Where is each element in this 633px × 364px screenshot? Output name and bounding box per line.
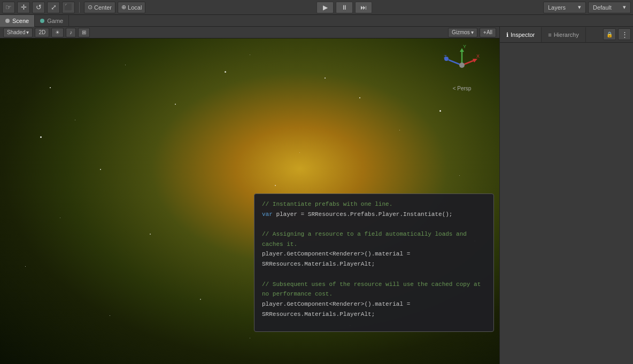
audio-btn[interactable]: ♪ bbox=[66, 28, 76, 37]
layers-label: Layers bbox=[548, 4, 566, 11]
pause-button[interactable]: ⏸ bbox=[336, 2, 353, 13]
layers-arrow-icon: ▾ bbox=[578, 4, 581, 11]
play-button[interactable]: ▶ bbox=[316, 2, 334, 13]
code-popup: // Instantiate prefabs with one line. va… bbox=[254, 193, 494, 332]
code-line-7: // Subsequent uses of the resource will … bbox=[262, 280, 486, 299]
code-line-10: // Use LoadAsync to await until a resour… bbox=[262, 329, 486, 332]
default-label: Default bbox=[593, 4, 612, 11]
svg-text:Y: Y bbox=[463, 44, 466, 49]
shaded-label: Shaded bbox=[7, 29, 25, 35]
gizmos-label: Gizmos bbox=[452, 29, 470, 35]
step-button[interactable]: ⏭ bbox=[355, 2, 372, 13]
rect-tool-btn[interactable]: ⬛ bbox=[62, 2, 75, 13]
scene-gizmo[interactable]: X Y Z < Persp bbox=[441, 44, 483, 87]
default-arrow-icon: ▾ bbox=[623, 4, 626, 11]
inspector-icon: ℹ bbox=[506, 32, 508, 38]
inspector-content bbox=[500, 43, 633, 364]
gizmos-btn[interactable]: Gizmos ▾ bbox=[448, 28, 477, 37]
space-btn[interactable]: ⊕ Local bbox=[118, 2, 145, 13]
space-icon: ⊕ bbox=[121, 4, 126, 11]
svg-text:Z: Z bbox=[444, 54, 447, 59]
shaded-btn[interactable]: Shaded ▾ bbox=[3, 28, 33, 37]
hierarchy-icon: ≡ bbox=[548, 32, 551, 38]
twod-label: 2D bbox=[38, 29, 45, 35]
layers-dropdown[interactable]: Layers ▾ bbox=[543, 2, 586, 13]
game-dot-icon bbox=[40, 19, 44, 23]
more-btn[interactable]: ⋮ bbox=[618, 28, 631, 40]
hand-tool-btn[interactable]: ☞ bbox=[2, 2, 15, 13]
twod-btn[interactable]: 2D bbox=[35, 28, 49, 37]
tab-scene[interactable]: Scene bbox=[0, 15, 35, 27]
scene-view[interactable]: Shaded ▾ 2D ☀ ♪ ⊞ Gizmos ▾ ⌖All bbox=[0, 27, 499, 364]
playback-controls: ▶ ⏸ ⏭ bbox=[148, 2, 541, 13]
effects-btn[interactable]: ⊞ bbox=[78, 28, 90, 37]
move-tool-btn[interactable]: ✛ bbox=[17, 2, 30, 13]
all-btn[interactable]: ⌖All bbox=[480, 28, 496, 37]
all-label: ⌖All bbox=[483, 29, 492, 36]
right-panel-tabs: ℹ Inspector ≡ Hierarchy 🔒 ⋮ bbox=[500, 27, 633, 43]
toolbar-right: Layers ▾ Default ▾ bbox=[543, 2, 631, 13]
code-line-1: // Instantiate prefabs with one line. bbox=[262, 199, 486, 210]
svg-point-6 bbox=[459, 63, 465, 68]
toolbar-sep-1 bbox=[79, 2, 80, 13]
pivot-icon: ⊙ bbox=[88, 4, 92, 11]
light-btn[interactable]: ☀ bbox=[51, 28, 64, 37]
code-line-2: var player = SRResources.Prefabs.Player.… bbox=[262, 210, 486, 220]
main-area: Shaded ▾ 2D ☀ ♪ ⊞ Gizmos ▾ ⌖All bbox=[0, 27, 633, 364]
inspector-label: Inspector bbox=[511, 32, 535, 38]
hierarchy-label: Hierarchy bbox=[554, 32, 579, 38]
scene-toolbar-right: Gizmos ▾ ⌖All bbox=[448, 28, 496, 37]
shaded-arrow-icon: ▾ bbox=[26, 29, 29, 35]
tab-game[interactable]: Game bbox=[35, 15, 69, 27]
svg-text:X: X bbox=[476, 53, 480, 59]
rotate-tool-btn[interactable]: ↺ bbox=[32, 2, 45, 13]
scene-tab-label: Scene bbox=[12, 18, 29, 24]
scene-dot-icon bbox=[5, 19, 10, 23]
default-dropdown[interactable]: Default ▾ bbox=[588, 2, 631, 13]
code-line-5: player.GetComponent<Renderer>().material… bbox=[262, 249, 486, 269]
game-tab-label: Game bbox=[47, 18, 63, 24]
tab-hierarchy[interactable]: ≡ Hierarchy bbox=[542, 27, 586, 42]
top-toolbar: ☞ ✛ ↺ ⤢ ⬛ ⊙ Center ⊕ Local ▶ ⏸ ⏭ Layers … bbox=[0, 0, 633, 15]
pivot-label: Center bbox=[94, 4, 112, 11]
code-line-8: player.GetComponent<Renderer>().material… bbox=[262, 299, 486, 319]
lock-btn[interactable]: 🔒 bbox=[603, 28, 616, 40]
right-panel-tools: 🔒 ⋮ bbox=[601, 26, 633, 42]
scene-toolbar: Shaded ▾ 2D ☀ ♪ ⊞ Gizmos ▾ ⌖All bbox=[0, 27, 499, 38]
view-tab-row: Scene Game bbox=[0, 15, 633, 27]
gizmos-arrow-icon: ▾ bbox=[471, 29, 474, 35]
scale-tool-btn[interactable]: ⤢ bbox=[47, 2, 60, 13]
scene-background: X Y Z < Persp // Instantiate prefabs wit… bbox=[0, 38, 499, 364]
tab-inspector[interactable]: ℹ Inspector bbox=[500, 27, 542, 42]
pivot-btn[interactable]: ⊙ Center bbox=[84, 2, 115, 13]
space-label: Local bbox=[128, 4, 142, 11]
code-line-4: // Assigning a resource to a field autom… bbox=[262, 229, 486, 249]
right-panel: ℹ Inspector ≡ Hierarchy 🔒 ⋮ bbox=[499, 27, 633, 364]
